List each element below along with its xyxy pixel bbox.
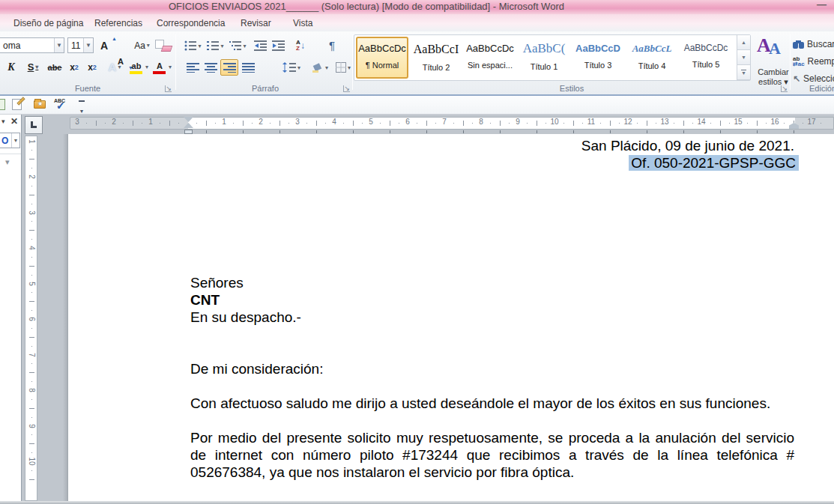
gallery-expand-button[interactable]: ▼ bbox=[737, 65, 750, 80]
folder-star-icon[interactable]: ★ bbox=[33, 98, 48, 112]
font-color-button[interactable]: A ▾ bbox=[151, 58, 172, 76]
ruler-number: 4 bbox=[328, 118, 340, 126]
sort-button[interactable]: AZ ↓ bbox=[291, 37, 310, 53]
increase-indent-button[interactable] bbox=[270, 38, 286, 53]
ruler-number: 7 bbox=[438, 118, 450, 126]
tab-dise-o-de-p-gina[interactable]: Diseño de página bbox=[10, 16, 86, 30]
estilos-dialog-launcher[interactable]: ↘ bbox=[781, 85, 788, 92]
superscript-button[interactable]: x2 bbox=[84, 59, 100, 75]
font-name-combo[interactable]: oma ▼ bbox=[0, 37, 64, 53]
underline-button[interactable]: S▾ bbox=[22, 59, 43, 75]
select-cursor-icon: ↖ bbox=[793, 73, 800, 84]
vertical-ruler-tick bbox=[29, 337, 34, 338]
minimize-button[interactable]: — bbox=[817, 0, 827, 10]
align-right-button[interactable] bbox=[220, 59, 238, 76]
panel-close-icon[interactable]: ✕ bbox=[10, 116, 18, 127]
text-effects-button[interactable]: A▾ bbox=[105, 59, 124, 75]
chevron-down-icon[interactable]: ▼ bbox=[11, 133, 19, 148]
gallery-scroll-up-button[interactable]: ▲ bbox=[737, 35, 750, 50]
style-card-t-tulo-2[interactable]: AaBbCcITítulo 2 bbox=[410, 37, 462, 79]
tab-vista[interactable]: Vista bbox=[290, 16, 315, 30]
tab-revisar[interactable]: Revisar bbox=[238, 16, 274, 30]
style-card-t-tulo-5[interactable]: AaBbCcDcTítulo 5 bbox=[680, 37, 732, 79]
vertical-ruler-tick bbox=[29, 266, 34, 267]
document-text-line[interactable]: Por medio del presente solicito muy resp… bbox=[190, 429, 794, 446]
style-card-t-tulo-4[interactable]: AaBbCcLTítulo 4 bbox=[626, 37, 678, 79]
align-center-button[interactable] bbox=[202, 60, 219, 75]
shading-button[interactable]: ▾ bbox=[309, 60, 331, 75]
vertical-ruler-tick bbox=[31, 275, 32, 276]
parrafo-dialog-launcher[interactable]: ↘ bbox=[343, 85, 350, 92]
decrease-indent-button[interactable] bbox=[252, 38, 268, 53]
panel-dropdown-icon[interactable]: ▾ bbox=[1, 118, 5, 125]
tab-stop-tick bbox=[647, 130, 647, 133]
numbering-button[interactable]: ▾ bbox=[205, 38, 226, 53]
document-text-line[interactable]: Of. 050-2021-GPSP-GGC bbox=[190, 154, 799, 171]
decrease-indent-icon bbox=[254, 40, 267, 51]
vertical-ruler-number: 10 bbox=[26, 457, 37, 466]
bullets-button[interactable]: ▾ bbox=[183, 38, 203, 53]
highlight-color-button[interactable]: ab ▾ bbox=[127, 58, 150, 76]
ruler-tick bbox=[123, 123, 124, 124]
qat-customize-dropdown-icon[interactable]: ▼ bbox=[78, 100, 85, 116]
style-card-sin-espaci-[interactable]: AaBbCcDcSin espaci... bbox=[464, 37, 516, 79]
document-text-line[interactable]: CNT bbox=[190, 291, 794, 309]
tab-correspondencia[interactable]: Correspondencia bbox=[154, 16, 228, 30]
style-preview: AaBbCcDc bbox=[464, 43, 516, 54]
gallery-scroll-down-button[interactable]: ▼ bbox=[737, 50, 750, 65]
style-card-t-tulo-1[interactable]: AaBbC(Título 1 bbox=[518, 37, 570, 79]
group-fuente: oma ▼ 11 ▼ A▲ A▼ Aa▾ K S▾ bbox=[0, 31, 175, 94]
vertical-ruler-tick bbox=[31, 204, 32, 204]
chevron-down-icon[interactable]: ▼ bbox=[54, 38, 64, 52]
tab-referencias[interactable]: Referencias bbox=[91, 16, 145, 30]
document-text-line[interactable]: San Plácido, 09 de junio de 2021. bbox=[190, 137, 794, 154]
italic-button[interactable]: K bbox=[4, 59, 18, 75]
document-area: ▾ ✕ O ▼ ▾ 12345678910 San Plácido, 09 de… bbox=[0, 115, 834, 504]
pilcrow-button[interactable]: ¶ bbox=[324, 37, 340, 53]
ribbon: oma ▼ 11 ▼ A▲ A▼ Aa▾ K S▾ bbox=[0, 31, 834, 96]
panel-combo[interactable]: O ▼ bbox=[0, 133, 20, 148]
style-card--normal[interactable]: AaBbCcDc¶ Normal bbox=[356, 37, 408, 79]
document-text-line[interactable]: Con afectuoso saludo me dirijo a usted d… bbox=[190, 395, 794, 412]
document-text-line[interactable]: En su despacho.- bbox=[190, 309, 794, 326]
font-size-combo[interactable]: 11 ▼ bbox=[67, 37, 94, 53]
ruler-number: 10 bbox=[549, 118, 560, 126]
tab-stop-tick bbox=[316, 130, 317, 133]
underline-icon: S bbox=[28, 61, 34, 73]
multilevel-list-button[interactable]: ▾ bbox=[228, 38, 248, 53]
edit-pencil-icon[interactable] bbox=[10, 98, 25, 112]
panel-expand-icon[interactable]: ▾ bbox=[5, 157, 10, 167]
line-spacing-button[interactable]: ▾ bbox=[280, 60, 303, 75]
document-page[interactable]: San Plácido, 09 de junio de 2021.Of. 050… bbox=[67, 134, 834, 501]
document-icon[interactable] bbox=[0, 98, 9, 112]
tab-stop-tick bbox=[279, 130, 280, 133]
align-left-button[interactable] bbox=[184, 60, 201, 75]
vertical-ruler-tick bbox=[29, 159, 34, 160]
grow-font-button[interactable]: A▲ bbox=[97, 37, 112, 53]
change-case-button[interactable]: Aa▾ bbox=[132, 37, 152, 53]
borders-button[interactable]: ▾ bbox=[333, 60, 354, 75]
document-text-line[interactable]: De mi consideración: bbox=[190, 360, 794, 377]
chevron-down-icon[interactable]: ▼ bbox=[83, 38, 93, 52]
document-text-line[interactable]: de internet con número piloto #173244 qu… bbox=[190, 446, 794, 464]
change-styles-button[interactable]: AA Cambiar estilos ▾ bbox=[754, 34, 790, 91]
justify-button[interactable] bbox=[240, 60, 256, 75]
subscript-button[interactable]: x2 bbox=[66, 59, 82, 75]
clear-formatting-button[interactable] bbox=[154, 38, 172, 53]
spellcheck-abc-icon[interactable]: ABC ✓ bbox=[54, 98, 69, 112]
justify-icon bbox=[242, 63, 255, 73]
style-card-t-tulo-3[interactable]: AaBbCcDTítulo 3 bbox=[572, 37, 624, 79]
document-text-line[interactable]: 052676384, ya que nos instalaron el serv… bbox=[190, 464, 794, 481]
panel-combo-value: O bbox=[0, 136, 11, 146]
find-button[interactable]: Buscar bbox=[793, 37, 834, 51]
replace-button[interactable]: ab⇄ac Reemplazar bbox=[793, 55, 834, 68]
left-indent-marker[interactable] bbox=[184, 130, 193, 134]
ruler-tick bbox=[472, 123, 473, 124]
ruler-tick bbox=[270, 123, 271, 124]
fuente-dialog-launcher[interactable]: ↘ bbox=[165, 85, 172, 92]
tab-stop-selector[interactable] bbox=[25, 116, 43, 134]
strikethrough-button[interactable]: abe bbox=[45, 59, 64, 75]
ruler-tick bbox=[243, 121, 244, 126]
document-text-line[interactable]: Señores bbox=[190, 274, 794, 291]
tab-stop-tick bbox=[206, 130, 207, 133]
